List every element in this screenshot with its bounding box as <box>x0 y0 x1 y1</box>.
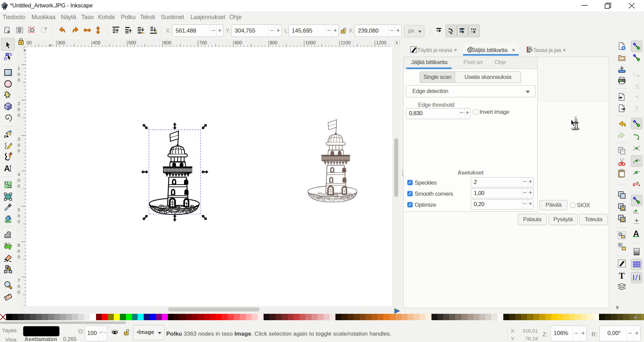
svg-text:A: A <box>4 164 10 173</box>
svg-text:T: T <box>619 272 625 280</box>
